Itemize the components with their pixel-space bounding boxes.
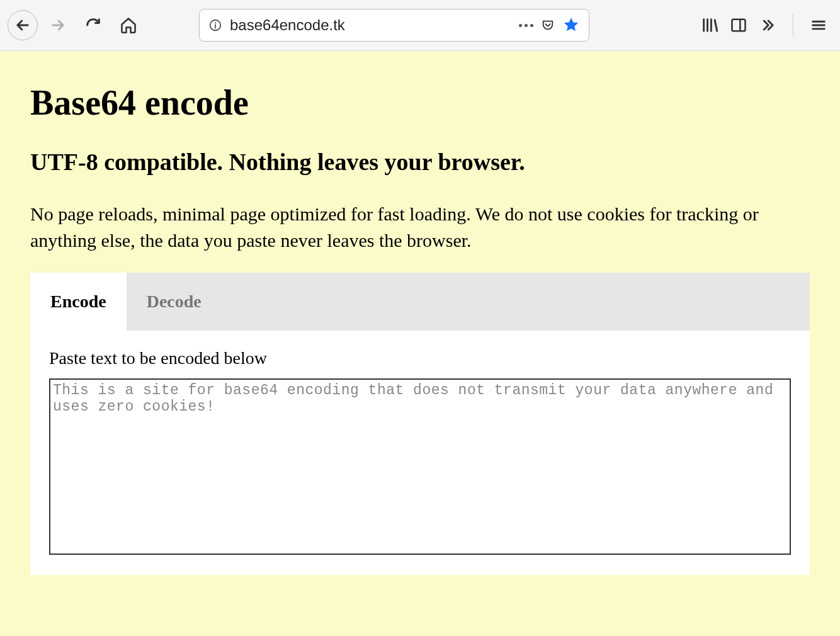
page-subtitle: UTF-8 compatible. Nothing leaves your br… <box>30 148 810 176</box>
tab-content: Paste text to be encoded below <box>30 331 810 575</box>
url-bar[interactable]: base64encode.tk <box>199 9 589 42</box>
reload-button[interactable] <box>78 10 108 40</box>
browser-toolbar: base64encode.tk <box>0 0 840 50</box>
home-button[interactable] <box>113 10 144 40</box>
arrow-left-icon <box>14 16 31 34</box>
forward-button[interactable] <box>43 10 73 40</box>
home-icon <box>120 16 137 34</box>
app-content: Base64 encode UTF-8 compatible. Nothing … <box>0 50 840 636</box>
toolbar-right <box>701 14 832 37</box>
library-icon[interactable] <box>701 16 718 34</box>
page-actions-icon[interactable] <box>519 24 533 27</box>
back-button[interactable] <box>8 10 38 40</box>
input-label: Paste text to be encoded below <box>49 348 791 368</box>
url-text: base64encode.tk <box>230 16 511 34</box>
svg-rect-2 <box>732 20 746 31</box>
tab-encode[interactable]: Encode <box>30 273 127 331</box>
menu-icon[interactable] <box>810 16 827 34</box>
pocket-icon[interactable] <box>541 18 555 32</box>
page-title: Base64 encode <box>30 82 810 123</box>
tab-decode[interactable]: Decode <box>127 273 222 331</box>
more-tools-icon[interactable] <box>759 16 776 34</box>
sidebar-icon[interactable] <box>730 16 747 34</box>
arrow-right-icon <box>49 16 67 34</box>
bookmark-star-icon[interactable] <box>562 16 580 34</box>
tabs: Encode Decode <box>30 273 810 331</box>
info-icon[interactable] <box>208 18 222 32</box>
encode-input[interactable] <box>49 378 791 555</box>
reload-icon <box>84 16 102 34</box>
svg-point-1 <box>215 22 216 23</box>
page-description: No page reloads, minimal page optimized … <box>30 201 810 254</box>
toolbar-divider <box>793 14 793 37</box>
